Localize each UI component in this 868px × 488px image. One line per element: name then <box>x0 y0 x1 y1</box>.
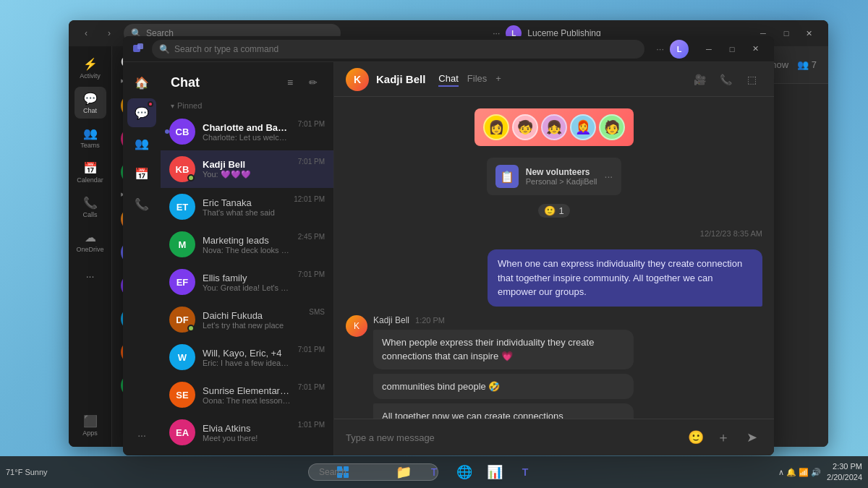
chat-preview-elvia: Meet you there! <box>203 434 291 442</box>
bg-sidebar-apps[interactable]: ⬛Apps <box>75 409 106 441</box>
teams-fg-search[interactable]: 🔍 Search or type a command <box>152 40 644 59</box>
chat-name-sunrise: Sunrise Elementary Volunteers <box>203 385 291 396</box>
chat-item-elvia[interactable]: EA Elvia Atkins Meet you there! 1:01 PM <box>161 414 333 451</box>
chat-item-karin[interactable]: KB Karin Blair 12:01 PM <box>161 451 333 455</box>
fg-sidebar-teams[interactable]: 👥 <box>127 129 156 158</box>
chat-list-actions: ≡ ✏ <box>280 72 323 93</box>
notif-more-btn[interactable]: ··· <box>605 171 613 182</box>
fg-maximize[interactable]: □ <box>722 39 742 59</box>
avatar-group: W <box>169 344 195 370</box>
fg-sidebar-more[interactable]: ··· <box>127 421 156 450</box>
kadji-status <box>187 174 195 181</box>
chat-item-ellis[interactable]: EF Ellis family You: Great idea! Let's g… <box>161 263 333 301</box>
bg-sidebar-chat[interactable]: 💬Chat <box>75 87 106 119</box>
chat-name-kadji: Kadji Bell <box>203 159 291 170</box>
taskbar-excel[interactable]: 📊 <box>482 459 508 485</box>
teams-fg-sidebar: 🏠 💬 👥 📅 📞 ··· <box>123 62 161 455</box>
date-divider: 12/12/23 8:35 AM <box>346 229 762 238</box>
chat-name-daichi: Daichi Fukuda <box>203 310 302 321</box>
fg-sidebar-calendar[interactable]: 📅 <box>127 159 156 188</box>
fg-minimize[interactable]: ─ <box>699 39 719 59</box>
chat-header-avatar: K <box>346 68 369 91</box>
chat-notification-dot <box>148 101 153 107</box>
chat-item-group[interactable]: W Will, Kayo, Eric, +4 Eric: I have a fe… <box>161 338 333 376</box>
chat-item-sunrise[interactable]: SE Sunrise Elementary Volunteers Oona: T… <box>161 376 333 414</box>
taskbar-search-input[interactable] <box>308 463 438 481</box>
bg-sidebar-calendar[interactable]: 📅Calendar <box>75 156 106 188</box>
kadji-message-3: All together now we can create connectio… <box>373 403 634 419</box>
bg-nav-back[interactable]: ‹ <box>77 25 95 42</box>
bg-sidebar-onedrive[interactable]: ☁OneDrive <box>75 226 106 257</box>
tab-files[interactable]: Files <box>467 72 487 87</box>
chat-header-name: Kadji Bell <box>376 73 425 85</box>
collage-avatar-2: 🧒 <box>512 114 538 140</box>
notification-card-container: 📋 New volunteers Personal > KadjiBell ··… <box>346 158 762 195</box>
chat-filter-btn[interactable]: ≡ <box>280 72 300 93</box>
chat-compose-btn[interactable]: ✏ <box>303 72 323 93</box>
chat-item-marketing-leads[interactable]: M Marketing leads Nova: The deck looks g… <box>161 226 333 263</box>
taskbar-teams[interactable]: T <box>421 459 447 485</box>
chat-item-kadji[interactable]: KB Kadji Bell You: 💜💜💜 7:01 PM <box>161 150 333 188</box>
chat-time-group: 7:01 PM <box>298 346 325 354</box>
kadji-sender-avatar: K <box>346 315 367 337</box>
taskbar-right: ∧ 🔔 📶 🔊 2:30 PM 2/20/2024 <box>778 461 862 484</box>
avatar-sunrise: SE <box>169 382 195 408</box>
fg-search-icon: 🔍 <box>159 44 170 54</box>
action-video-call[interactable]: 🎥 <box>689 69 710 90</box>
fg-ellipsis[interactable]: ··· <box>656 43 664 54</box>
bg-sidebar-activity[interactable]: ⚡Activity <box>75 52 106 84</box>
bg-sidebar-more[interactable]: ··· <box>75 260 106 292</box>
bg-nav-forward[interactable]: › <box>101 25 118 42</box>
chat-name-marketing-leads: Marketing leads <box>203 235 291 246</box>
chat-preview-sunrise: Oona: The next lesson is on Mercury and … <box>203 396 291 405</box>
message-input[interactable] <box>346 432 678 443</box>
avatar-elvia: EA <box>169 419 195 445</box>
chat-name-group: Will, Kayo, Eric, +4 <box>203 348 291 359</box>
chat-item-eric[interactable]: ET Eric Tanaka That's what she said 12:0… <box>161 188 333 226</box>
date-display: 2/20/2024 <box>827 472 862 483</box>
bg-close[interactable]: ✕ <box>799 23 820 43</box>
bg-sidebar-teams[interactable]: 👥Teams <box>75 121 106 153</box>
taskbar-file-explorer[interactable]: 📁 <box>391 459 417 485</box>
emoji-btn[interactable]: 🙂 <box>686 427 706 448</box>
chat-info-group: Will, Kayo, Eric, +4 Eric: I have a few … <box>203 348 291 367</box>
fg-close[interactable]: ✕ <box>745 39 765 59</box>
taskbar-teams-2[interactable]: T <box>512 459 538 485</box>
teams-bg-sidebar: ⚡Activity 💬Chat 👥Teams 📅Calendar 📞Calls … <box>69 46 112 447</box>
chat-info-sunrise: Sunrise Elementary Volunteers Oona: The … <box>203 385 291 405</box>
bg-maximize[interactable]: □ <box>776 23 796 43</box>
chat-time-kadji: 7:01 PM <box>298 158 325 166</box>
chat-preview-daichi: Let's try that new place <box>203 321 302 330</box>
daichi-status <box>187 325 195 332</box>
action-audio-call[interactable]: 📞 <box>715 69 736 90</box>
kadji-sender-name: Kadji Bell <box>373 315 409 325</box>
chat-item-charlotte-babak[interactable]: CB Charlotte and Babak Charlotte: Let us… <box>161 113 333 150</box>
chat-item-daichi[interactable]: DF Daichi Fukuda Let's try that new plac… <box>161 301 333 338</box>
fg-profile-pic[interactable]: L <box>670 40 689 59</box>
bg-sidebar-calls[interactable]: 📞Calls <box>75 191 106 223</box>
chat-info-ellis: Ellis family You: Great idea! Let's go a… <box>203 273 291 292</box>
kadji-sender-info: Kadji Bell 1:20 PM <box>373 315 634 325</box>
notif-reaction-badge[interactable]: 🙂 1 <box>538 204 569 218</box>
chat-list-panel: Chat ≡ ✏ Pinned CB Charlotte and Babak C… <box>161 62 334 455</box>
send-btn[interactable]: ➤ <box>741 427 762 448</box>
action-screen-share[interactable]: ⬚ <box>741 69 762 90</box>
attach-btn[interactable]: ＋ <box>713 427 733 448</box>
teams-fg-titlebar: 🔍 Search or type a command ··· L ─ □ ✕ <box>123 36 774 62</box>
taskbar-left: 71°F Sunny <box>6 468 48 476</box>
tab-add[interactable]: + <box>495 72 501 87</box>
kadji-sender-messages: Kadji Bell 1:20 PM When people express t… <box>373 315 634 419</box>
chat-time-charlotte-babak: 7:01 PM <box>298 120 325 128</box>
collage-avatar-4: 👩‍🦰 <box>570 114 596 140</box>
taskbar-edge[interactable]: 🌐 <box>451 459 477 485</box>
fg-sidebar-calls[interactable]: 📞 <box>127 189 156 218</box>
fg-sidebar-chat[interactable]: 💬 <box>127 98 156 127</box>
avatar-charlotte-babak: CB <box>169 119 195 145</box>
taskbar-search[interactable] <box>360 459 386 485</box>
chat-name-elvia: Elvia Atkins <box>203 423 291 434</box>
kadji-message-group: K Kadji Bell 1:20 PM When people express… <box>346 315 762 419</box>
kadji-message-time: 1:20 PM <box>415 316 445 325</box>
tab-chat[interactable]: Chat <box>438 72 458 87</box>
fg-sidebar-home[interactable]: 🏠 <box>127 68 156 97</box>
notification-card: 📋 New volunteers Personal > KadjiBell ··… <box>487 158 621 195</box>
